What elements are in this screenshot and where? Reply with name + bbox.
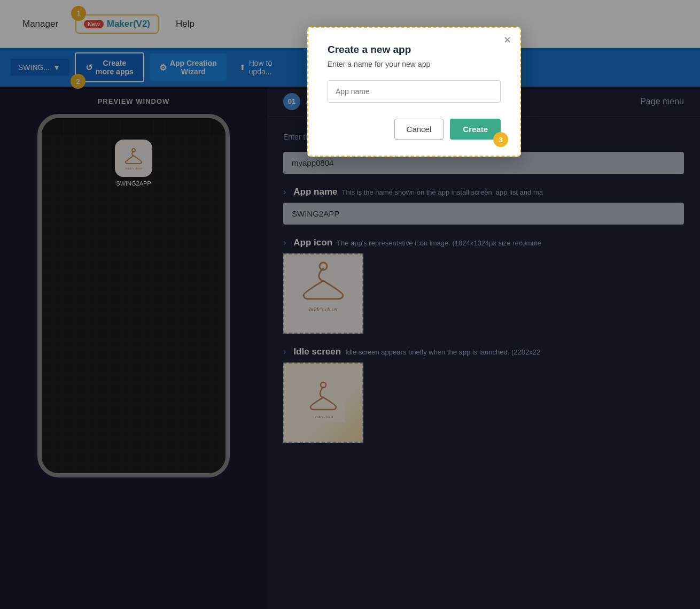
step3-badge: 3 — [493, 132, 508, 147]
modal-title: Create a new app — [328, 44, 501, 56]
create-button-label: Create — [463, 125, 488, 134]
app-name-input[interactable] — [328, 80, 501, 103]
cancel-button[interactable]: Cancel — [394, 119, 444, 140]
create-button[interactable]: Create 3 — [450, 119, 501, 140]
modal-overlay: ✕ Create a new app Enter a name for your… — [0, 0, 700, 609]
modal-buttons: Cancel Create 3 — [328, 119, 501, 140]
create-app-modal: ✕ Create a new app Enter a name for your… — [307, 27, 521, 157]
modal-close-button[interactable]: ✕ — [503, 34, 511, 46]
modal-subtitle: Enter a name for your new app — [328, 60, 501, 68]
